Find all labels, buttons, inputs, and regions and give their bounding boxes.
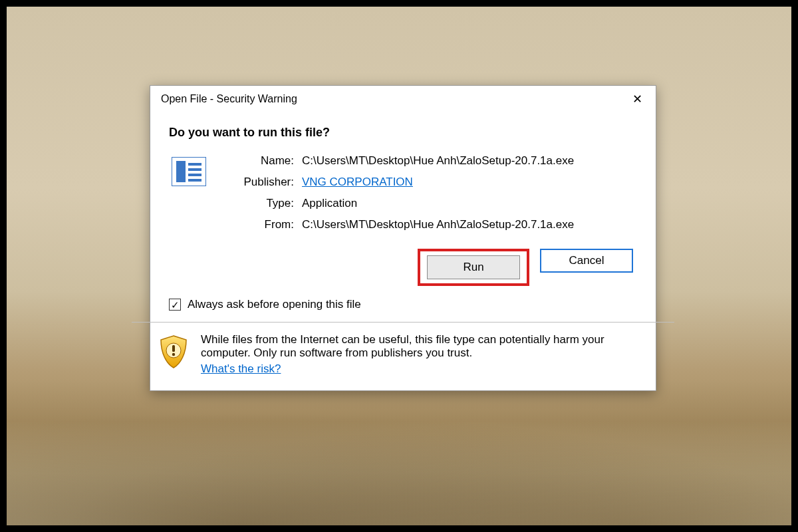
- svg-point-2: [172, 353, 175, 356]
- type-label: Type:: [221, 197, 294, 210]
- titlebar[interactable]: Open File - Security Warning ✕: [150, 86, 656, 112]
- close-icon: ✕: [632, 92, 642, 106]
- warning-text: While files from the Internet can be use…: [201, 333, 637, 376]
- warning-section: While files from the Internet can be use…: [150, 323, 656, 390]
- publisher-label: Publisher:: [221, 176, 294, 189]
- dialog-heading: Do you want to run this file?: [169, 126, 637, 140]
- security-warning-dialog: Open File - Security Warning ✕ Do you wa…: [150, 85, 656, 391]
- file-fields: Name: C:\Users\MT\Desktop\Hue Anh\ZaloSe…: [221, 154, 574, 231]
- run-button[interactable]: Run: [427, 255, 520, 279]
- dialog-body: Do you want to run this file? Name: C:\U…: [150, 112, 656, 311]
- publisher-link[interactable]: VNG CORPORATION: [302, 176, 413, 188]
- whats-the-risk-link[interactable]: What's the risk?: [201, 362, 281, 376]
- cancel-button[interactable]: Cancel: [540, 249, 633, 273]
- file-info: Name: C:\Users\MT\Desktop\Hue Anh\ZaloSe…: [169, 154, 637, 231]
- desert-dune: [7, 380, 791, 525]
- desktop-background: Open File - Security Warning ✕ Do you wa…: [7, 7, 791, 525]
- always-ask-label: Always ask before opening this file: [188, 298, 361, 311]
- tutorial-highlight: Run: [418, 249, 529, 286]
- check-icon: ✓: [171, 300, 180, 310]
- svg-rect-1: [172, 345, 175, 352]
- warning-message: While files from the Internet can be use…: [201, 333, 604, 359]
- button-row: Run Cancel: [169, 249, 633, 286]
- type-value: Application: [302, 197, 574, 210]
- from-value: C:\Users\MT\Desktop\Hue Anh\ZaloSetup-20…: [302, 218, 574, 231]
- run-button-label: Run: [463, 261, 483, 274]
- name-value: C:\Users\MT\Desktop\Hue Anh\ZaloSetup-20…: [302, 154, 574, 168]
- always-ask-row[interactable]: ✓ Always ask before opening this file: [169, 298, 637, 311]
- name-label: Name:: [221, 154, 294, 168]
- from-label: From:: [221, 218, 294, 231]
- application-icon: [172, 157, 206, 186]
- shield-warning-icon: [158, 334, 189, 369]
- viewport: Open File - Security Warning ✕ Do you wa…: [0, 0, 798, 532]
- always-ask-checkbox[interactable]: ✓: [169, 299, 181, 311]
- close-button[interactable]: ✕: [621, 87, 653, 111]
- cancel-button-label: Cancel: [569, 254, 604, 267]
- window-title: Open File - Security Warning: [161, 93, 297, 105]
